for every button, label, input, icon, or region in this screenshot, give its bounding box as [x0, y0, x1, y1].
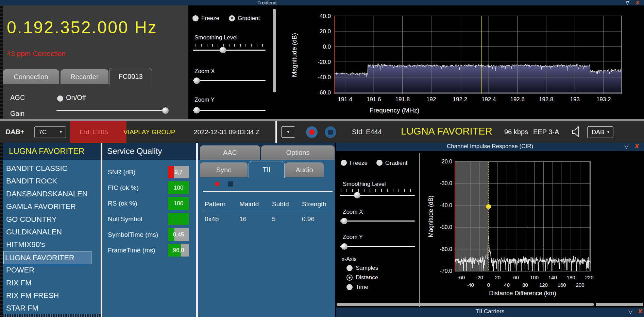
dock-handle[interactable] [0, 5, 3, 317]
eid-text: EId: E205 [80, 128, 108, 136]
cir-controls-divider[interactable] [419, 153, 420, 307]
now-playing-service: LUGNA FAVORITER [401, 126, 492, 137]
service-item[interactable]: DANSBANDSKANALEN [5, 188, 96, 200]
frontend-tab-recorder[interactable]: Recorder [61, 69, 108, 84]
x-axis-radio-samples[interactable] [346, 265, 353, 271]
service-item[interactable]: BANDIT ROCK [5, 175, 96, 187]
collapse-icon[interactable]: ▽ [626, 0, 629, 5]
cir-zoom-y-slider[interactable] [340, 246, 415, 247]
x-axis-radio-distance[interactable] [346, 275, 353, 281]
smoothing-slider-handle[interactable] [220, 47, 226, 53]
service-item[interactable]: LUGNA FAVORITER [3, 251, 91, 264]
gain-slider-handle[interactable] [162, 107, 169, 114]
cir-gradient-radio[interactable] [376, 160, 383, 166]
tab-aac[interactable]: AAC [200, 145, 260, 160]
tab-options[interactable]: Options [261, 145, 335, 160]
service-item[interactable]: RIX FM FRESH [5, 289, 96, 302]
tii-table-row: 0x4b1650.96 [203, 215, 333, 223]
cir-freeze-label: Freeze [350, 160, 368, 166]
tii-separator-line [203, 191, 333, 192]
svg-text:60: 60 [513, 275, 519, 280]
freeze-label: Freeze [201, 15, 219, 22]
cir-freeze-radio[interactable] [341, 160, 347, 166]
speaker-icon[interactable] [570, 125, 583, 139]
quality-bar [168, 213, 189, 225]
controls-scrollbar[interactable] [273, 9, 276, 92]
tii-col-header: Pattern [203, 200, 238, 208]
service-quality-header-band: Service Quality [102, 143, 196, 160]
cir-panel: Channel Impulse Response (CIR) ▽ ✘ Freez… [336, 143, 644, 317]
tab-sync[interactable]: Sync [200, 162, 248, 177]
tii-stop-indicator-icon[interactable] [228, 181, 233, 187]
quality-label: RS (ok %) [108, 200, 137, 207]
cir-hscrollbar[interactable] [337, 303, 594, 306]
frontend-tab-connection[interactable]: Connection [3, 69, 59, 84]
list-resize-handle[interactable] [3, 314, 101, 317]
x-axis-option-label: Distance [356, 274, 378, 281]
cir-zoom-x-slider[interactable] [340, 221, 415, 222]
tii-cell: 0.96 [301, 215, 338, 223]
svg-text:20: 20 [495, 275, 501, 280]
service-item[interactable]: GULDKANALEN [5, 226, 96, 238]
cir-smoothing-slider-handle[interactable] [354, 192, 360, 198]
quality-bar-segment [168, 213, 189, 225]
service-list-header: LUGNA FAVORITER [9, 146, 84, 156]
zoom-y-slider[interactable] [193, 110, 266, 111]
close-icon[interactable]: ✘ [638, 309, 643, 314]
service-item[interactable]: HITMIX90's [5, 238, 96, 251]
frontend-panel: 0.192.352.000 Hz 43 ppm Correction Conne… [3, 5, 188, 119]
channel-select[interactable]: 7C ▼ [34, 126, 66, 138]
channel-bar: DAB+ 7C ▼ EId: E205 VIAPLAY GROUP 2022-1… [0, 121, 644, 143]
collapse-icon[interactable]: ▽ [628, 309, 632, 314]
service-item[interactable]: BANDIT CLASSIC [5, 162, 96, 175]
zoom-y-slider-handle[interactable] [193, 107, 200, 113]
service-item[interactable]: RIX FM [5, 277, 96, 289]
x-axis-radio-time[interactable] [346, 284, 353, 290]
agc-radio[interactable] [57, 95, 63, 102]
service-item[interactable]: GO COUNTRY [5, 213, 96, 226]
svg-text:-30.0: -30.0 [440, 180, 453, 186]
svg-text:0.0: 0.0 [323, 43, 331, 50]
service-item[interactable]: STAR FM [5, 302, 96, 314]
band-select[interactable]: DAB ▼ [587, 126, 613, 138]
tii-cell: 5 [271, 215, 301, 223]
service-item[interactable]: POWER [5, 264, 96, 276]
svg-text:193: 193 [570, 96, 580, 103]
frontend-titlebar: Frontend ▽ ✘ [0, 0, 644, 5]
bitrate-label: 96 kbps [504, 128, 528, 136]
cir-zoom-x-label: Zoom X [343, 209, 363, 215]
quality-value: 100 [168, 197, 189, 210]
gradient-checkbox[interactable]: ✕ [229, 15, 235, 21]
zoom-x-slider[interactable] [193, 80, 266, 81]
cir-zoom-x-slider-handle[interactable] [341, 218, 348, 224]
cir-plot-hscrollbar[interactable] [596, 303, 643, 306]
close-icon[interactable]: ✘ [635, 0, 640, 5]
svg-text:193.2: 193.2 [596, 96, 611, 103]
svg-text:-60.0: -60.0 [440, 246, 453, 252]
record-button[interactable] [306, 126, 318, 138]
close-icon[interactable]: ✘ [634, 144, 639, 149]
expand-button[interactable]: ▼ [281, 126, 295, 138]
spectrum-plot: 40.020.00.0-20.0-40.0-60.0191.4191.6191.… [277, 5, 644, 119]
freeze-radio[interactable] [192, 15, 199, 21]
cir-smoothing-slider[interactable] [340, 195, 415, 196]
chevron-down-icon: ▼ [287, 130, 290, 134]
cir-zoom-y-slider-handle[interactable] [341, 243, 348, 250]
svg-text:-20.0: -20.0 [440, 159, 453, 164]
gradient-label: Gradient [238, 15, 260, 22]
svg-text:192.2: 192.2 [453, 96, 467, 103]
service-item[interactable]: GAMLA FAVORITER [5, 200, 96, 213]
tab-tii[interactable]: TII [249, 161, 285, 178]
collapse-icon[interactable]: ▽ [624, 144, 628, 149]
gain-slider[interactable] [56, 110, 166, 111]
svg-text:Magnitude (dB): Magnitude (dB) [291, 33, 298, 77]
service-list-header-band: LUGNA FAVORITER [3, 143, 101, 160]
frontend-tab-fc0013[interactable]: FC0013 [109, 68, 152, 85]
stop-icon [328, 130, 333, 135]
stop-button[interactable] [325, 126, 336, 138]
tii-record-indicator-icon[interactable] [215, 182, 219, 186]
zoom-x-slider-handle[interactable] [193, 77, 200, 84]
tab-audio[interactable]: Audio [285, 162, 324, 177]
chevron-down-icon: ▼ [59, 127, 63, 138]
smoothing-slider[interactable] [193, 50, 266, 51]
